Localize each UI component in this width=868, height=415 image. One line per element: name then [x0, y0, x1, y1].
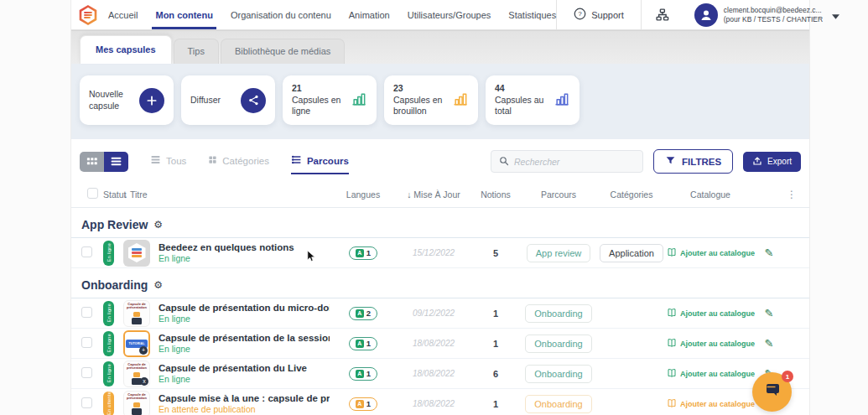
title-cell[interactable]: Beedeez en quelques notionsEn ligne — [123, 240, 330, 267]
user-info: clement.bocquin@beedeez.c... (pour KB / … — [724, 6, 823, 23]
card-stat: 21Capsules en ligne — [292, 83, 351, 117]
row-checkbox-cell — [81, 366, 103, 381]
column-parcours: Parcours — [521, 189, 596, 200]
languages-cell: A1 — [330, 397, 397, 411]
parcours-cell: Onboarding — [521, 304, 596, 323]
title-cell[interactable]: Capsule de présentationxCapsule de prése… — [123, 361, 330, 387]
select-all-checkbox[interactable] — [87, 188, 98, 199]
languages-badge[interactable]: A1 — [349, 246, 377, 260]
languages-badge[interactable]: A1 — [349, 367, 377, 381]
group-title: Onboarding — [81, 278, 148, 292]
language-count: 1 — [366, 339, 371, 348]
bar-chart-icon — [351, 91, 367, 111]
parcours-badge[interactable]: Onboarding — [525, 365, 592, 383]
card-nouvelle-capsule[interactable]: Nouvelle capsule — [80, 75, 174, 125]
gear-icon[interactable]: ⚙ — [153, 219, 163, 231]
add-to-catalogue-link[interactable]: Ajouter au catalogue — [667, 338, 754, 350]
group-header-app-review: App Review⚙ — [71, 208, 809, 238]
parcours-badge[interactable]: App review — [527, 244, 590, 262]
languages-badge[interactable]: A1 — [349, 397, 377, 411]
column-statut: Statut — [103, 189, 123, 200]
notions-count: 1 — [470, 399, 521, 409]
card-label: Capsules au total — [495, 95, 554, 117]
row-checkbox-cell — [81, 336, 103, 351]
card-capsules-au-total[interactable]: 44Capsules au total — [486, 75, 580, 125]
filter-tab-parcours[interactable]: Parcours — [291, 154, 349, 169]
search-input[interactable] — [514, 157, 635, 167]
chat-widget-button[interactable]: 1 — [752, 372, 792, 412]
status-pill: En ligne — [103, 361, 114, 386]
languages-badge[interactable]: A2 — [349, 307, 377, 320]
grid-view-button[interactable] — [80, 152, 104, 172]
filter-tab-label: Tous — [166, 156, 186, 166]
row-checkbox-cell — [81, 306, 103, 321]
card-value: 21 — [292, 83, 351, 95]
parcours-badge[interactable]: Onboarding — [525, 304, 592, 323]
status-cell: En ligne — [103, 361, 123, 386]
nav-item-statistiques[interactable]: Statistiques — [508, 0, 556, 29]
parcours-badge[interactable]: Onboarding — [525, 335, 592, 353]
category-badge[interactable]: Application — [600, 244, 663, 262]
catalogue-book-icon — [667, 398, 677, 410]
filter-tab-cat-gories[interactable]: Catégories — [208, 155, 269, 168]
filters-button[interactable]: FILTRES — [653, 149, 733, 174]
languages-badge[interactable]: A1 — [349, 337, 377, 350]
column-catégories: Catégories — [596, 189, 667, 200]
tab-biblioth-que-de-m-dias[interactable]: Bibliothèque de médias — [221, 39, 345, 64]
nav-item-accueil[interactable]: Accueil — [108, 0, 138, 29]
thumbnail-caption: Capsule de présentation — [124, 363, 149, 371]
add-to-catalogue-link[interactable]: Ajouter au catalogue — [667, 247, 754, 259]
title-block: Capsule mise à la une : capsule de prése… — [159, 393, 330, 414]
capsule-title: Capsule de présentation du Live — [159, 363, 307, 373]
export-button[interactable]: Export — [743, 152, 801, 172]
user-context: (pour KB / TESTS / CHANTIER — [724, 15, 823, 24]
listbul-icon — [291, 154, 302, 167]
org-chart-icon[interactable] — [642, 0, 683, 29]
add-to-catalogue-link[interactable]: Ajouter au catalogue — [667, 398, 754, 410]
search-box[interactable] — [491, 150, 643, 173]
nav-item-mon-contenu[interactable]: Mon contenu — [155, 0, 212, 29]
select-all-cell — [81, 188, 103, 200]
title-cell[interactable]: Capsule de présentationCapsule mise à la… — [123, 391, 330, 415]
parcours-badge[interactable]: Onboarding — [525, 395, 592, 413]
scope-filters: TousCatégoriesParcours — [150, 154, 349, 169]
updated-date: 18/08/2022 — [397, 339, 470, 348]
card-diffuser[interactable]: Diffuser — [181, 75, 275, 125]
filter-tab-tous[interactable]: Tous — [150, 154, 186, 169]
nav-item-organisation-du-contenu[interactable]: Organisation du contenu — [231, 0, 331, 29]
row-checkbox[interactable] — [81, 397, 92, 408]
svg-text:?: ? — [578, 10, 582, 18]
edit-pencil-icon[interactable]: ✎ — [754, 337, 784, 350]
edit-pencil-icon[interactable]: ✎ — [754, 246, 784, 259]
row-checkbox[interactable] — [81, 337, 92, 348]
nav-item-animation[interactable]: Animation — [349, 0, 390, 29]
card-value: 23 — [393, 83, 452, 95]
add-to-catalogue-link[interactable]: Ajouter au catalogue — [667, 368, 754, 380]
catalogue-label: Ajouter au catalogue — [680, 370, 755, 378]
nav-item-utilisateurs-groupes[interactable]: Utilisateurs/Groupes — [408, 0, 491, 29]
title-cell[interactable]: TUTORIAL+Capsule de présentation de la s… — [123, 330, 330, 357]
gear-icon[interactable]: ⚙ — [153, 279, 163, 291]
title-cell[interactable]: Capsule de présentationCapsule de présen… — [123, 300, 330, 327]
user-menu[interactable]: clement.bocquin@beedeez.c... (pour KB / … — [683, 0, 848, 29]
beedeez-logo-icon[interactable] — [78, 5, 98, 25]
status-pill: En ligne — [103, 241, 114, 266]
row-checkbox[interactable] — [81, 246, 92, 257]
table-row: En attenteCapsule de présentationCapsule… — [71, 389, 809, 415]
card-capsules-en-brouillon[interactable]: 23Capsules en brouillon — [384, 75, 478, 125]
support-button[interactable]: ? Support — [557, 0, 641, 29]
tab-tips[interactable]: Tips — [174, 39, 219, 64]
list-view-button[interactable] — [104, 152, 128, 172]
nav-right: ? Support clement.bocquin@beedeez.c... (… — [556, 0, 848, 29]
column-catalogue: Catalogue — [667, 189, 754, 200]
capsule-status: En attente de publication — [159, 404, 330, 414]
row-checkbox[interactable] — [81, 307, 92, 318]
tab-mes-capsules[interactable]: Mes capsules — [80, 35, 172, 64]
add-to-catalogue-link[interactable]: Ajouter au catalogue — [667, 308, 754, 319]
row-checkbox[interactable] — [81, 367, 92, 378]
capsule-status: En ligne — [159, 253, 294, 263]
card-capsules-en-ligne[interactable]: 21Capsules en ligne — [283, 75, 377, 125]
edit-pencil-icon[interactable]: ✎ — [754, 307, 784, 319]
column-menu[interactable]: ⋮ — [784, 189, 799, 200]
column-mise-à-jour: ↓ Mise À Jour — [397, 189, 470, 200]
